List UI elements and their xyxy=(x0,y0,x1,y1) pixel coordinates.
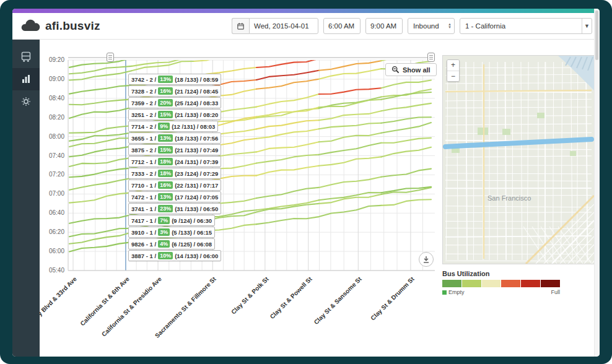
date-group xyxy=(232,18,318,34)
trip-label[interactable]: 3251 - 2 /15%(21 /133) / 08:20 xyxy=(128,109,221,120)
route-select[interactable]: 1 - California ▼ xyxy=(460,18,592,34)
download-icon xyxy=(422,256,430,264)
map-zoom-in-button[interactable]: + xyxy=(447,60,459,71)
utilization-gradient-step xyxy=(501,280,521,287)
trip-utilization-badge: 13% xyxy=(158,134,173,142)
y-axis-tick: 08:40 xyxy=(40,95,64,102)
trip-id: 7328 - 2 / xyxy=(131,88,156,95)
show-all-button[interactable]: Show all xyxy=(385,63,437,76)
sidebar-item-bus[interactable] xyxy=(12,46,40,68)
trip-detail: (21 /133) / 08:20 xyxy=(175,111,218,118)
trip-detail: (18 /133) / 08:59 xyxy=(175,76,218,83)
trip-id: 3741 - 1 / xyxy=(131,206,156,212)
utilization-gradient-step xyxy=(541,280,560,287)
select-arrows-icon: ▲▼ xyxy=(448,23,452,29)
sidebar-item-chart[interactable] xyxy=(12,68,40,90)
brush-handle-left[interactable] xyxy=(107,53,114,62)
map[interactable]: San Francisco + − xyxy=(442,55,595,264)
trip-id: 7359 - 2 / xyxy=(131,100,156,106)
trip-utilization-badge: 18% xyxy=(158,158,173,165)
brush-track xyxy=(68,57,435,58)
y-axis-tick: 09:20 xyxy=(40,56,64,63)
trip-utilization-badge: 3% xyxy=(158,228,170,236)
trip-utilization-badge: 13% xyxy=(158,76,173,83)
trip-utilization-badge: 20% xyxy=(158,99,173,106)
direction-value: Inbound xyxy=(413,22,439,30)
gear-icon xyxy=(20,96,32,107)
brush-handle-right[interactable] xyxy=(427,53,435,62)
trip-label[interactable]: 7712 - 1 /18%(24 /131) / 07:39 xyxy=(128,156,221,167)
trip-detail: (21 /133) / 07:49 xyxy=(175,147,218,154)
accent-strip xyxy=(12,9,600,13)
chart-panel: Show all 09:2009:0008:4008:2008:0007:400… xyxy=(40,40,442,357)
map-zoom-control: + − xyxy=(447,59,460,82)
trip-label[interactable]: 3910 - 1 /3%(5 /133) / 06:15 xyxy=(128,227,215,238)
app-card: afi.busviz I xyxy=(12,9,600,357)
trip-label[interactable]: 3741 - 1 /23%(31 /133) / 06:50 xyxy=(128,203,221,214)
calendar-button[interactable] xyxy=(232,18,249,34)
trip-detail: (6 /125) / 06:08 xyxy=(172,241,212,248)
download-button[interactable] xyxy=(419,252,434,267)
trip-label[interactable]: 7328 - 2 /16%(21 /124) / 08:45 xyxy=(128,85,221,97)
legend-title: Bus Utilization xyxy=(442,270,595,277)
calendar-icon xyxy=(237,22,245,30)
route-value: 1 - California xyxy=(465,22,505,30)
header: afi.busviz I xyxy=(12,13,600,40)
trip-id: 3655 - 1 / xyxy=(131,135,156,142)
trip-utilization-badge: 23% xyxy=(158,205,173,212)
trip-detail: (12 /131) / 08:03 xyxy=(172,123,215,130)
utilization-gradient-step xyxy=(482,280,502,287)
trip-detail: (24 /131) / 07:39 xyxy=(175,158,218,165)
trip-label[interactable]: 7417 - 1 /7%(9 /124) / 06:30 xyxy=(128,215,215,226)
trip-label[interactable]: 7359 - 2 /20%(25 /124) / 08:33 xyxy=(128,97,221,108)
y-axis-tick: 05:40 xyxy=(40,267,64,274)
trip-detail: (25 /124) / 08:33 xyxy=(175,100,218,106)
trip-label[interactable]: 9826 - 1 /4%(6 /125) / 06:08 xyxy=(128,238,215,249)
y-axis-tick: 06:00 xyxy=(40,248,64,254)
trip-label[interactable]: 7714 - 2 /9%(12 /131) / 08:03 xyxy=(128,121,218,132)
end-time-input[interactable] xyxy=(365,18,403,34)
app-frame: afi.busviz I xyxy=(0,0,612,364)
trip-utilization-badge: 16% xyxy=(158,87,173,95)
trip-label[interactable]: 7710 - 1 /16%(22 /131) / 07:17 xyxy=(128,180,221,191)
map-zoom-out-button[interactable]: − xyxy=(447,71,459,81)
trip-utilization-badge: 18% xyxy=(158,170,173,177)
body: Show all 09:2009:0008:4008:2008:0007:400… xyxy=(12,40,600,357)
legend: Bus Utilization Empty Full xyxy=(442,270,595,295)
scrollbar-thumb[interactable] xyxy=(595,11,598,60)
trip-utilization-badge: 7% xyxy=(158,217,170,224)
sidebar-item-settings[interactable] xyxy=(12,90,40,113)
chevron-down-icon: ▼ xyxy=(582,19,592,33)
logo: afi.busviz xyxy=(20,19,100,33)
trip-id: 7417 - 1 / xyxy=(131,217,156,224)
trip-detail: (14 /133) / 06:00 xyxy=(175,253,218,259)
trip-detail: (23 /124) / 07:29 xyxy=(175,170,218,177)
trip-detail: (22 /131) / 07:17 xyxy=(175,182,218,189)
trip-utilization-badge: 15% xyxy=(158,111,173,118)
bus-icon xyxy=(20,51,32,63)
trip-label[interactable]: 3887 - 1 /10%(14 /133) / 06:00 xyxy=(128,250,221,261)
trip-label[interactable]: 3655 - 1 /13%(18 /133) / 07:56 xyxy=(128,132,221,144)
zoom-out-icon xyxy=(391,66,400,74)
trip-id: 7472 - 1 / xyxy=(131,194,156,201)
trip-id: 3887 - 1 / xyxy=(131,253,156,259)
trip-label[interactable]: 7333 - 2 /18%(23 /124) / 07:29 xyxy=(128,168,221,179)
date-input[interactable] xyxy=(249,18,318,34)
trip-label[interactable]: 7472 - 1 /13%(17 /124) / 07:05 xyxy=(128,191,221,202)
header-controls: Inbound ▲▼ 1 - California ▼ xyxy=(232,18,592,34)
trip-id: 7712 - 1 / xyxy=(131,158,156,165)
show-all-label: Show all xyxy=(403,66,431,74)
trip-label[interactable]: 3742 - 2 /13%(18 /133) / 08:59 xyxy=(128,74,221,85)
trip-detail: (17 /124) / 07:05 xyxy=(175,194,218,201)
right-panel: San Francisco + − Bus Utilization Empty xyxy=(442,40,600,357)
y-axis-tick: 06:40 xyxy=(40,209,64,216)
trip-label[interactable]: 3875 - 2 /15%(21 /133) / 07:49 xyxy=(128,144,221,155)
trip-id: 3910 - 1 / xyxy=(131,229,156,236)
trip-detail: (18 /133) / 07:56 xyxy=(175,135,218,142)
sidebar xyxy=(12,40,40,357)
y-axis-tick: 07:40 xyxy=(40,152,64,159)
trip-detail: (21 /124) / 08:45 xyxy=(175,88,218,95)
direction-select[interactable]: Inbound ▲▼ xyxy=(408,18,455,34)
scrollbar[interactable] xyxy=(594,9,600,357)
start-time-input[interactable] xyxy=(323,18,361,34)
